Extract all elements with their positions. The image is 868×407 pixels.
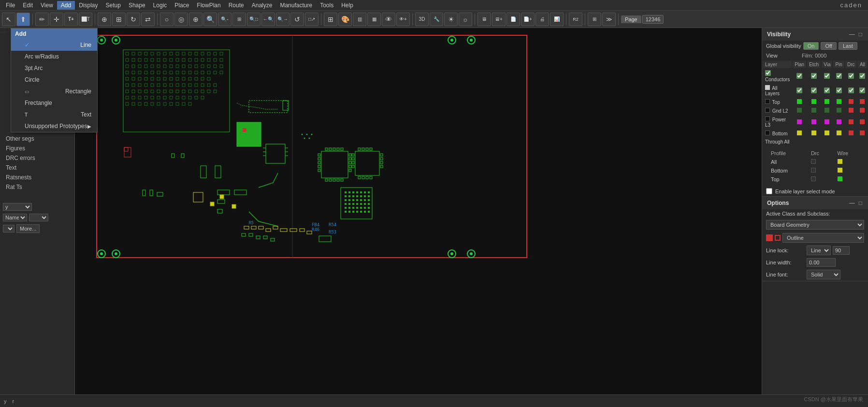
toolbar-text[interactable]: T+ bbox=[64, 13, 78, 26]
menu-item-text[interactable]: T Text bbox=[11, 109, 75, 120]
menu-analyze[interactable]: Analyze bbox=[248, 1, 276, 10]
toolbar-textbox[interactable]: ⬜T bbox=[79, 13, 92, 26]
all-layers-pin[interactable] bbox=[836, 87, 842, 93]
page-tab[interactable]: Page bbox=[621, 15, 641, 23]
menu-place[interactable]: Place bbox=[171, 1, 193, 10]
all-layers-etch[interactable] bbox=[811, 87, 817, 93]
menu-flowplan[interactable]: FlowPlan bbox=[193, 1, 224, 10]
toolbar-table[interactable]: ⊞ bbox=[588, 13, 601, 26]
toolbar-layers2[interactable]: ▦ bbox=[367, 13, 381, 26]
outline-select[interactable]: Outline bbox=[782, 233, 864, 243]
toolbar-zoom-prev[interactable]: ←🔍 bbox=[261, 13, 275, 26]
toolbar-select[interactable]: ⬆ bbox=[16, 13, 30, 26]
all-layers-via[interactable] bbox=[824, 87, 830, 93]
toolbar-r2[interactable]: R2 bbox=[569, 13, 582, 26]
menu-item-3pt-arc[interactable]: 3pt Arc bbox=[11, 62, 75, 74]
sidebar-item-drc-errors[interactable]: DRC errors bbox=[0, 153, 74, 163]
conductors-drc[interactable] bbox=[848, 73, 854, 79]
toolbar-layers[interactable]: ▥ bbox=[353, 13, 366, 26]
sidebar-item-ratsnests[interactable]: Ratsnests bbox=[0, 173, 74, 182]
menu-item-unsupported[interactable]: Unsupported Prototypes ▶ bbox=[11, 120, 75, 132]
visibility-last-button[interactable]: Last bbox=[839, 42, 857, 50]
options-minimize[interactable]: — bbox=[848, 200, 856, 206]
sidebar-item-figures[interactable]: Figures bbox=[0, 144, 74, 153]
toolbar-print[interactable]: 🖨 bbox=[535, 13, 549, 26]
toolbar-refresh[interactable]: ↺ bbox=[290, 13, 304, 26]
toolbar-screen2[interactable]: 🖥+ bbox=[492, 13, 506, 26]
toolbar-snap[interactable]: □↗ bbox=[305, 13, 318, 26]
toolbar-grid[interactable]: ⊞ bbox=[324, 13, 337, 26]
menu-help[interactable]: Help bbox=[337, 1, 357, 10]
conductors-all[interactable] bbox=[859, 73, 865, 79]
sidebar-more-button[interactable]: More... bbox=[16, 224, 40, 233]
menu-item-circle[interactable]: Circle bbox=[11, 74, 75, 86]
menu-setup[interactable]: Setup bbox=[102, 1, 125, 10]
toolbar-pencil[interactable]: ✏ bbox=[35, 13, 49, 26]
sidebar-item-other-segs[interactable]: Other segs bbox=[0, 134, 74, 144]
toolbar-doc[interactable]: 📄 bbox=[506, 13, 520, 26]
line-font-select[interactable]: Solid bbox=[807, 270, 840, 279]
menu-add[interactable]: Add bbox=[57, 1, 75, 10]
menu-file[interactable]: File bbox=[2, 1, 19, 10]
line-width-input[interactable] bbox=[807, 258, 836, 267]
menu-item-frectangle[interactable]: Frectangle bbox=[11, 97, 75, 109]
toolbar-zoom-out[interactable]: 🔍- bbox=[218, 13, 231, 26]
conductors-pin[interactable] bbox=[836, 73, 842, 79]
toolbar-3d[interactable]: 3D bbox=[415, 13, 429, 26]
board-geometry-select[interactable]: Board Geometry bbox=[766, 220, 864, 230]
line-lock-angle[interactable] bbox=[833, 246, 850, 255]
conductors-etch[interactable] bbox=[811, 73, 817, 79]
sidebar-name-select[interactable]: y bbox=[3, 203, 32, 211]
sidebar-extra-select[interactable] bbox=[3, 225, 14, 233]
toolbar-arrow[interactable]: ↖ bbox=[2, 13, 15, 26]
sidebar-item-rat-ts[interactable]: Rat Ts bbox=[0, 182, 74, 192]
toolbar-zoom-fit[interactable]: ⊞ bbox=[232, 13, 246, 26]
visibility-on-button[interactable]: On bbox=[803, 42, 819, 50]
enable-layer-checkbox[interactable] bbox=[766, 188, 772, 194]
toolbar-sun[interactable]: ☀ bbox=[444, 13, 458, 26]
menu-item-arc-radius[interactable]: Arc w/Radius bbox=[11, 51, 75, 62]
toolbar-circle2[interactable]: ◎ bbox=[174, 13, 188, 26]
conductors-via[interactable] bbox=[824, 73, 830, 79]
sidebar-filter-select[interactable]: Name bbox=[3, 214, 27, 221]
menu-item-line[interactable]: ✓ Line bbox=[11, 39, 75, 51]
conductors-plan[interactable] bbox=[796, 73, 802, 79]
all-layers-plan[interactable] bbox=[796, 87, 802, 93]
toolbar-eye[interactable]: 👁 bbox=[382, 13, 395, 26]
toolbar-component[interactable]: 🔧 bbox=[430, 13, 443, 26]
menu-tools[interactable]: Tools bbox=[316, 1, 337, 10]
line-lock-select[interactable]: Line bbox=[807, 246, 831, 255]
toolbar-expand[interactable]: ≫ bbox=[602, 13, 616, 26]
toolbar-screen[interactable]: 🖥 bbox=[477, 13, 491, 26]
canvas-area[interactable]: FB4 R46 R54 R53 bbox=[75, 28, 762, 394]
toolbar-zoom-area[interactable]: 🔍□ bbox=[247, 13, 260, 26]
menu-logic[interactable]: Logic bbox=[149, 1, 171, 10]
toolbar-chart[interactable]: 📊 bbox=[550, 13, 564, 26]
toolbar-zoom-in2[interactable]: ⊕ bbox=[189, 13, 203, 26]
menu-shape[interactable]: Shape bbox=[125, 1, 149, 10]
toolbar-copy[interactable]: ⊞ bbox=[112, 13, 126, 26]
all-layers-drc[interactable] bbox=[848, 87, 854, 93]
layer-checkbox-conductors[interactable] bbox=[765, 70, 771, 76]
menu-item-rectangle[interactable]: ▭ Rectangle bbox=[11, 86, 75, 97]
toolbar-cursor[interactable]: ✛ bbox=[50, 13, 63, 26]
sidebar-sort-select[interactable] bbox=[29, 214, 48, 221]
menu-route[interactable]: Route bbox=[225, 1, 248, 10]
toolbar-move[interactable]: ⊕ bbox=[98, 13, 111, 26]
visibility-off-button[interactable]: Off bbox=[821, 42, 836, 50]
toolbar-eye2[interactable]: 👁+ bbox=[396, 13, 410, 26]
toolbar-sun2[interactable]: ☼ bbox=[459, 13, 472, 26]
visibility-minimize[interactable]: — bbox=[848, 31, 856, 38]
options-maximize[interactable]: □ bbox=[858, 200, 863, 206]
toolbar-palette[interactable]: 🎨 bbox=[338, 13, 352, 26]
toolbar-doc2[interactable]: 📄+ bbox=[521, 13, 535, 26]
visibility-maximize[interactable]: □ bbox=[858, 31, 863, 38]
toolbar-circle[interactable]: ○ bbox=[160, 13, 174, 26]
menu-manufacture[interactable]: Manufacture bbox=[276, 1, 316, 10]
sidebar-item-text[interactable]: Text bbox=[0, 163, 74, 173]
toolbar-zoom-next[interactable]: 🔍→ bbox=[276, 13, 289, 26]
toolbar-zoom-in[interactable]: 🔍 bbox=[203, 13, 217, 26]
menu-edit[interactable]: Edit bbox=[19, 1, 37, 10]
toolbar-flip[interactable]: ⇄ bbox=[141, 13, 155, 26]
menu-display[interactable]: Display bbox=[75, 1, 101, 10]
